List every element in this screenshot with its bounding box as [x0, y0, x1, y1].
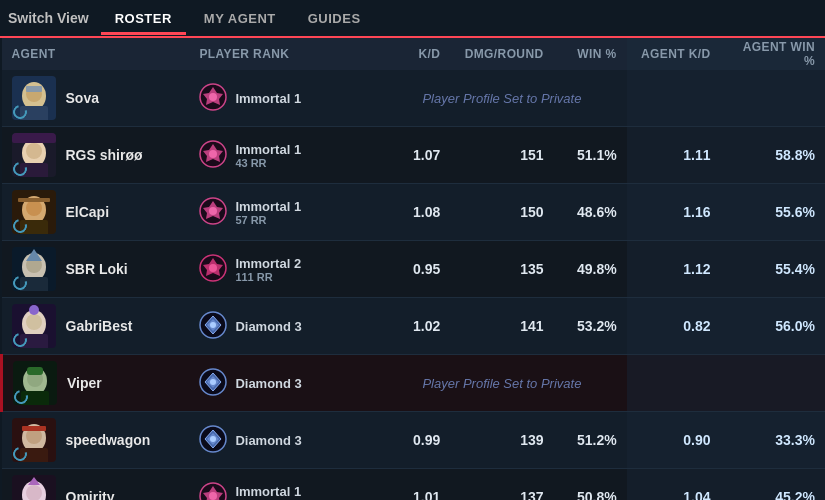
rank-inner: Immortal 1 22 RR: [199, 482, 367, 501]
table-row: Sova Immortal 1 Player Profile Set to Pr…: [2, 70, 826, 127]
agent-avatar: [12, 76, 56, 120]
rank-cell: Diamond 3: [189, 412, 377, 469]
svg-rect-54: [22, 426, 46, 431]
agent-name: Omirity: [66, 489, 115, 500]
svg-point-58: [210, 436, 216, 442]
svg-point-19: [26, 200, 42, 216]
rank-inner: Immortal 1 57 RR: [199, 197, 367, 228]
rank-cell: Immortal 1: [189, 70, 377, 127]
rank-text: Diamond 3: [235, 433, 301, 448]
rank-cell: Diamond 3: [189, 355, 377, 412]
dmg-cell: 151: [450, 127, 553, 184]
rank-name: Immortal 1: [235, 91, 301, 106]
table-row: RGS shirøø Immortal 1 43 RR 1.0715151.1%…: [2, 127, 826, 184]
rank-inner: Immortal 1: [199, 83, 367, 114]
table-body: Sova Immortal 1 Player Profile Set to Pr…: [2, 70, 826, 500]
table-row: GabriBest Diamond 3 1.0214153.2%0.8256.0…: [2, 298, 826, 355]
rank-name: Immortal 2: [235, 256, 301, 271]
col-agent-kd: Agent K/D: [627, 38, 721, 70]
agent-cell: SBR Loki: [2, 241, 190, 298]
tab-roster[interactable]: Roster: [101, 5, 186, 35]
dmg-cell: 135: [450, 241, 553, 298]
agent-avatar: [12, 475, 56, 500]
agent-kd-cell: 1.11: [627, 127, 721, 184]
roster-table-container: Agent Player Rank K/D Dmg/Round Win % Ag…: [0, 38, 825, 500]
table-row: ElCapi Immortal 1 57 RR 1.0815048.6%1.16…: [2, 184, 826, 241]
svg-rect-45: [27, 367, 43, 375]
agent-name: ElCapi: [66, 204, 110, 220]
agent-avatar: [12, 133, 56, 177]
agent-cell: GabriBest: [2, 298, 190, 355]
col-agent: Agent: [2, 38, 190, 70]
agent-win-cell: 58.8%: [721, 127, 825, 184]
agent-cell: Viper: [2, 355, 190, 412]
agent-avatar: [13, 361, 57, 405]
table-header: Agent Player Rank K/D Dmg/Round Win % Ag…: [2, 38, 826, 70]
rank-cell: Immortal 1 22 RR: [189, 469, 377, 501]
rank-cell: Immortal 2 111 RR: [189, 241, 377, 298]
rank-cell: Immortal 1 57 RR: [189, 184, 377, 241]
svg-point-15: [209, 150, 217, 158]
agent-win-cell: 55.6%: [721, 184, 825, 241]
col-kd: K/D: [377, 38, 450, 70]
tab-my-agent[interactable]: My Agent: [190, 5, 290, 35]
svg-point-23: [209, 207, 217, 215]
agent-name: speedwagon: [66, 432, 151, 448]
rank-text: Diamond 3: [235, 319, 301, 334]
win-cell: 53.2%: [554, 298, 627, 355]
table-row: Viper Diamond 3 Player Profile Set to Pr…: [2, 355, 826, 412]
agent-name: SBR Loki: [66, 261, 128, 277]
rank-cell: Diamond 3: [189, 298, 377, 355]
rank-name: Immortal 1: [235, 484, 301, 499]
agent-kd-cell: [627, 70, 721, 127]
agent-avatar: [12, 247, 56, 291]
agent-kd-cell: 1.12: [627, 241, 721, 298]
table-row: Omirity Immortal 1 22 RR 1.0113750.8%1.0…: [2, 469, 826, 501]
agent-cell: Omirity: [2, 469, 190, 501]
agent-win-cell: [721, 70, 825, 127]
agent-cell: Sova: [2, 70, 190, 127]
agent-kd-cell: 1.04: [627, 469, 721, 501]
rank-inner: Diamond 3: [199, 368, 367, 399]
rank-text: Diamond 3: [235, 376, 301, 391]
col-agent-win-pct: Agent Win %: [721, 38, 825, 70]
agent-win-cell: [721, 355, 825, 412]
rank-icon: [199, 254, 227, 285]
agent-cell: speedwagon: [2, 412, 190, 469]
svg-point-49: [210, 379, 216, 385]
svg-rect-12: [12, 133, 56, 143]
rank-text: Immortal 1 57 RR: [235, 199, 301, 226]
kd-cell: 0.95: [377, 241, 450, 298]
rank-rr: 111 RR: [235, 271, 301, 283]
svg-point-40: [210, 322, 216, 328]
agent-name: RGS shirøø: [66, 147, 143, 163]
private-notice: Player Profile Set to Private: [377, 70, 626, 127]
kd-cell: 1.01: [377, 469, 450, 501]
agent-kd-cell: [627, 355, 721, 412]
rank-text: Immortal 2 111 RR: [235, 256, 301, 283]
svg-point-36: [29, 305, 39, 315]
rank-icon: [199, 425, 227, 456]
rank-icon: [199, 197, 227, 228]
agent-avatar: [12, 304, 56, 348]
svg-point-31: [209, 264, 217, 272]
tab-guides[interactable]: Guides: [294, 5, 375, 35]
rank-icon: [199, 368, 227, 399]
agent-win-cell: 56.0%: [721, 298, 825, 355]
agent-avatar: [12, 418, 56, 462]
agent-name: GabriBest: [66, 318, 133, 334]
win-cell: 51.1%: [554, 127, 627, 184]
col-win-pct: Win %: [554, 38, 627, 70]
switch-view-label: Switch View: [8, 10, 89, 26]
agent-win-cell: 55.4%: [721, 241, 825, 298]
win-cell: 48.6%: [554, 184, 627, 241]
agent-name: Viper: [67, 375, 102, 391]
rank-name: Diamond 3: [235, 376, 301, 391]
rank-icon: [199, 482, 227, 501]
col-player-rank: Player Rank: [189, 38, 377, 70]
win-cell: 49.8%: [554, 241, 627, 298]
svg-rect-20: [18, 198, 50, 202]
rank-name: Diamond 3: [235, 433, 301, 448]
top-navigation: Switch View Roster My Agent Guides: [0, 0, 825, 38]
agent-avatar: [12, 190, 56, 234]
